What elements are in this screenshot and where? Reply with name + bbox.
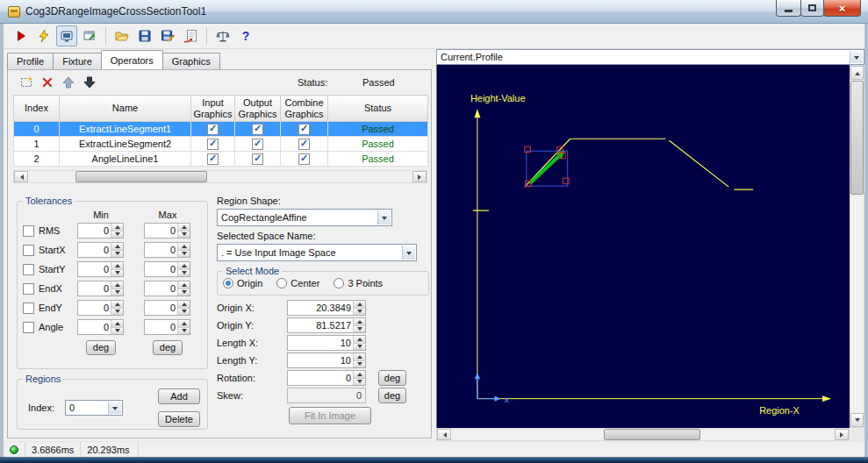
startx-max-spinner[interactable]: 0: [144, 242, 190, 258]
spin-down-button[interactable]: [111, 289, 123, 296]
spin-up-button[interactable]: [354, 318, 365, 326]
delete-operator-button[interactable]: [39, 75, 55, 90]
col-header-output-graphics[interactable]: Output Graphics: [235, 96, 281, 122]
table-row[interactable]: 0 ExtractLineSegment1 ✓ ✓ ✓ Passed: [14, 122, 428, 137]
image-display-toggle[interactable]: [56, 25, 77, 46]
spin-down-button[interactable]: [178, 309, 190, 316]
starty-max-spinner[interactable]: 0: [144, 261, 190, 277]
spin-up-button[interactable]: [354, 371, 365, 379]
maximize-button[interactable]: [800, 0, 824, 17]
endy-min-spinner[interactable]: 0: [77, 300, 124, 316]
spin-up-button[interactable]: [111, 281, 123, 289]
new-operator-button[interactable]: [18, 75, 34, 90]
run-button[interactable]: [11, 25, 32, 46]
open-file-button[interactable]: [111, 25, 133, 46]
spin-down-button[interactable]: [178, 232, 190, 239]
col-header-name[interactable]: Name: [60, 96, 191, 122]
tab-profile[interactable]: Profile: [7, 53, 54, 69]
spin-up-button[interactable]: [178, 320, 190, 328]
region-overlay[interactable]: [525, 146, 569, 186]
length-y-spinner[interactable]: 10: [287, 353, 366, 368]
spin-down-button[interactable]: [178, 251, 190, 258]
spin-up-button[interactable]: [354, 353, 365, 361]
input-graphics-checkbox[interactable]: ✓: [207, 153, 219, 165]
angle-checkbox[interactable]: [23, 322, 34, 333]
tab-fixture[interactable]: Fixture: [53, 53, 102, 69]
spin-up-button[interactable]: [111, 224, 123, 232]
scroll-left-button[interactable]: [437, 429, 451, 440]
tab-operators[interactable]: Operators: [101, 50, 163, 69]
scales-button[interactable]: [212, 25, 233, 46]
endx-max-spinner[interactable]: 0: [144, 281, 190, 296]
output-graphics-checkbox[interactable]: ✓: [252, 153, 263, 165]
starty-min-spinner[interactable]: 0: [77, 261, 124, 277]
region-shape-combobox[interactable]: CogRectangleAffine: [217, 209, 392, 226]
angle-min-spinner[interactable]: 0: [77, 319, 124, 335]
spin-up-button[interactable]: [178, 301, 190, 309]
region-handle[interactable]: [525, 146, 530, 152]
col-header-combine-graphics[interactable]: Combine Graphics: [281, 96, 328, 122]
spin-up-button[interactable]: [111, 320, 123, 328]
origin-y-spinner[interactable]: 81.5217: [287, 317, 366, 333]
spin-up-button[interactable]: [111, 301, 123, 309]
spin-up-button[interactable]: [178, 262, 190, 270]
rotation-spinner[interactable]: 0: [287, 370, 366, 386]
spin-up-button[interactable]: [111, 243, 123, 251]
region-handle[interactable]: [563, 178, 569, 183]
scroll-thumb[interactable]: [75, 171, 207, 182]
spin-down-button[interactable]: [178, 289, 190, 296]
max-deg-button[interactable]: deg: [153, 340, 183, 355]
region-arrow[interactable]: [530, 156, 559, 183]
move-up-button[interactable]: [61, 75, 76, 90]
spin-down-button[interactable]: [354, 326, 365, 333]
scroll-right-button[interactable]: [412, 171, 427, 182]
help-button[interactable]: ?: [235, 25, 256, 46]
starty-checkbox[interactable]: [23, 264, 34, 275]
chevron-down-icon[interactable]: [377, 210, 391, 224]
spin-up-button[interactable]: [178, 224, 190, 232]
input-graphics-checkbox[interactable]: ✓: [207, 139, 219, 150]
origin-x-spinner[interactable]: 20.3849: [287, 300, 366, 316]
spin-down-button[interactable]: [111, 309, 123, 316]
endy-max-spinner[interactable]: 0: [144, 300, 190, 316]
float-display-button[interactable]: [79, 25, 100, 46]
endx-min-spinner[interactable]: 0: [77, 281, 124, 296]
spin-up-button[interactable]: [178, 281, 190, 289]
table-hscrollbar[interactable]: [13, 170, 427, 183]
startx-min-spinner[interactable]: 0: [77, 242, 124, 258]
tab-graphics[interactable]: Graphics: [162, 53, 220, 69]
length-x-spinner[interactable]: 10: [287, 335, 366, 351]
profile-plot[interactable]: Height-Value Region-X x: [436, 65, 850, 428]
profile-selector[interactable]: Current.Profile: [436, 49, 864, 65]
spin-down-button[interactable]: [354, 379, 365, 386]
combine-graphics-checkbox[interactable]: ✓: [298, 139, 310, 150]
min-deg-button[interactable]: deg: [86, 340, 116, 355]
combine-graphics-checkbox[interactable]: ✓: [298, 153, 310, 165]
output-graphics-checkbox[interactable]: ✓: [252, 124, 263, 135]
add-region-button[interactable]: Add: [158, 388, 200, 404]
save-button[interactable]: [134, 25, 155, 46]
spin-up-button[interactable]: [354, 301, 365, 309]
spin-up-button[interactable]: [178, 243, 190, 251]
trigger-button[interactable]: [33, 25, 54, 46]
rms-min-spinner[interactable]: 0: [77, 223, 124, 239]
endx-checkbox[interactable]: [23, 283, 34, 295]
plot-vscrollbar[interactable]: [850, 65, 864, 428]
combine-graphics-checkbox[interactable]: ✓: [298, 124, 310, 135]
spin-down-button[interactable]: [111, 270, 123, 277]
spin-up-button[interactable]: [111, 262, 123, 270]
plot-hscrollbar[interactable]: [436, 428, 850, 441]
import-button[interactable]: [180, 25, 201, 46]
delete-region-button[interactable]: Delete: [158, 411, 200, 427]
input-graphics-checkbox[interactable]: ✓: [207, 124, 219, 135]
spin-down-button[interactable]: [354, 361, 365, 368]
spin-down-button[interactable]: [111, 232, 123, 239]
skew-deg-button[interactable]: deg: [378, 388, 406, 403]
chevron-down-icon[interactable]: [402, 246, 415, 260]
startx-checkbox[interactable]: [23, 245, 34, 256]
selected-space-combobox[interactable]: . = Use Input Image Space: [217, 244, 417, 261]
minimize-button[interactable]: [776, 0, 801, 17]
table-row[interactable]: 2 AngleLineLine1 ✓ ✓ ✓ Passed: [14, 152, 428, 167]
rotation-deg-button[interactable]: deg: [378, 370, 406, 386]
scroll-thumb[interactable]: [604, 429, 700, 440]
